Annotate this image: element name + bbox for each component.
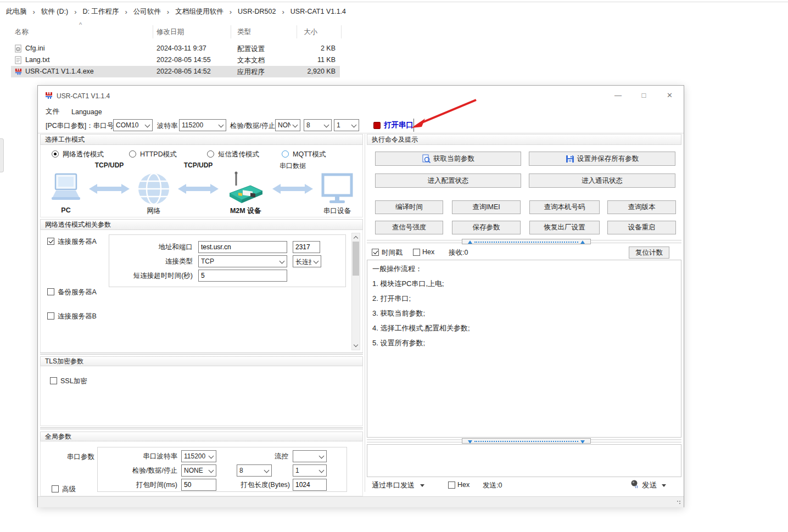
data-bits-select[interactable]: 8	[304, 119, 332, 131]
maximize-button[interactable]: □	[631, 86, 657, 104]
g-stop-bits-select[interactable]: 1	[293, 464, 327, 477]
query-version-button[interactable]: 查询版本	[607, 200, 676, 214]
set-save-params-button[interactable]: 设置并保存所有参数	[529, 152, 675, 166]
breadcrumb-item[interactable]: 软件 (D:)	[40, 6, 70, 18]
advanced-label[interactable]: 高级	[62, 485, 76, 494]
com-port-select[interactable]: COM10	[113, 119, 153, 131]
server-b-label[interactable]: 连接服务器B	[58, 312, 97, 321]
device-reboot-button[interactable]: 设备重启	[607, 221, 676, 234]
hex-recv-label[interactable]: Hex	[422, 248, 434, 256]
resize-grip[interactable]	[677, 500, 682, 506]
splitter-collapse-up-icon[interactable]	[580, 240, 585, 244]
splitter-collapse-up-icon[interactable]	[468, 240, 472, 244]
minimize-button[interactable]: —	[605, 86, 631, 104]
file-row[interactable]: Cfg.ini 2024-03-11 9:37 配置设置 2 KB	[11, 43, 340, 54]
send-via-dropdown[interactable]: 通过串口发送	[372, 480, 415, 490]
g-parity-select[interactable]: NONE	[181, 464, 216, 477]
pack-len-input[interactable]	[293, 479, 327, 491]
column-header-date[interactable]: 修改日期	[157, 27, 184, 37]
breadcrumb-item[interactable]: 此电脑	[4, 6, 29, 18]
ini-file-icon	[14, 44, 23, 53]
hex-recv-checkbox[interactable]	[413, 249, 420, 256]
tls-caption: TLS加密参数	[40, 356, 363, 366]
breadcrumb-item[interactable]: USR-DR502	[236, 7, 277, 16]
diagram-link2-label: TCP/UDP	[184, 161, 213, 171]
hex-send-checkbox[interactable]	[448, 481, 455, 489]
stop-bits-select[interactable]: 1	[334, 119, 359, 131]
server-addr-input[interactable]	[198, 241, 287, 253]
column-header-name[interactable]: 名称	[15, 27, 29, 37]
splitter-dots	[474, 242, 578, 243]
section-splitter[interactable]	[40, 352, 363, 355]
breadcrumb-item[interactable]: USR-CAT1 V1.1.4	[289, 7, 348, 16]
server-b-checkbox[interactable]	[47, 312, 54, 320]
breadcrumb-item[interactable]: D: 工作程序	[81, 6, 121, 18]
timestamp-checkbox[interactable]	[372, 249, 379, 256]
baud-select[interactable]: 115200	[179, 119, 226, 131]
log-splitter-control[interactable]	[462, 239, 591, 244]
close-button[interactable]: ✕	[657, 86, 683, 104]
receive-log-area[interactable]: 一般操作流程： 1. 模块连PC串口,上电; 2. 打开串口; 3. 获取当前参…	[367, 260, 681, 438]
breadcrumb-item[interactable]: 文档组使用软件	[174, 6, 225, 18]
diagram-serial-dev-label: 串口设备	[323, 206, 351, 215]
column-header-size[interactable]: 大小	[304, 27, 317, 37]
splitter-collapse-down-icon[interactable]	[468, 440, 472, 444]
title-bar[interactable]: USR-CAT1 V1.1.4 — □ ✕	[38, 86, 684, 106]
server-port-input[interactable]	[293, 241, 320, 253]
compile-time-button[interactable]: 编译时间	[375, 200, 443, 214]
hex-send-label[interactable]: Hex	[457, 481, 470, 489]
send-input-area[interactable]	[367, 444, 681, 477]
advanced-checkbox[interactable]	[52, 485, 59, 492]
file-row[interactable]: Lang.txt 2022-08-05 14:55 文本文档 11 KB	[11, 54, 340, 66]
open-port-button[interactable]: 打开串口	[384, 120, 413, 130]
g-data-bits-select[interactable]: 8	[237, 464, 272, 477]
splitter-collapse-down-icon[interactable]	[580, 440, 585, 444]
radio-sms-passthrough-label[interactable]: 短信透传模式	[218, 150, 259, 159]
save-params-button[interactable]: 保存参数	[452, 221, 521, 234]
file-row-selected[interactable]: USR-CAT1 V1.1.4.exe 2022-08-05 14:52 应用程…	[11, 66, 340, 77]
menu-file[interactable]: 文件	[46, 107, 59, 116]
radio-mqtt[interactable]	[282, 150, 289, 158]
ssl-checkbox[interactable]	[50, 377, 57, 384]
flow-select[interactable]	[293, 450, 327, 462]
window-title: USR-CAT1 V1.1.4	[57, 92, 110, 100]
send-button[interactable]: 发送	[642, 480, 657, 490]
net-params-caption: 网络透传模式相关参数	[40, 219, 363, 230]
g-baud-select[interactable]: 115200	[181, 450, 216, 462]
scroll-down-icon[interactable]	[352, 341, 360, 350]
parity-select[interactable]: NONE	[275, 119, 300, 131]
radio-net-passthrough[interactable]	[52, 150, 59, 158]
radio-sms-passthrough[interactable]	[207, 150, 214, 158]
ssl-label[interactable]: SSL加密	[60, 377, 87, 386]
scroll-up-icon[interactable]	[352, 233, 360, 242]
enter-comm-button[interactable]: 进入通讯状态	[529, 173, 675, 188]
conn-mode-select[interactable]: 长连接	[293, 255, 321, 267]
reset-count-button[interactable]: 复位计数	[629, 247, 669, 259]
send-splitter-control[interactable]	[462, 438, 591, 444]
breadcrumb-item[interactable]: 公司软件	[132, 6, 163, 18]
query-imei-button[interactable]: 查询IMEI	[452, 200, 521, 214]
params-scrollbar[interactable]	[351, 233, 360, 350]
get-params-button[interactable]: 获取当前参数	[375, 152, 521, 166]
signal-strength-button[interactable]: 查信号强度	[375, 221, 443, 234]
enter-config-button[interactable]: 进入配置状态	[375, 173, 521, 188]
radio-httpd-label[interactable]: HTTPD模式	[140, 150, 177, 159]
radio-httpd[interactable]	[129, 150, 136, 158]
factory-reset-button[interactable]: 恢复出厂设置	[529, 221, 600, 234]
server-a-label[interactable]: 连接服务器A	[58, 237, 97, 247]
scrollbar-thumb[interactable]	[353, 242, 359, 276]
server-a-checkbox[interactable]	[47, 238, 54, 245]
column-divider	[231, 25, 231, 38]
panel-divider[interactable]	[365, 134, 365, 492]
query-phone-button[interactable]: 查询本机号码	[529, 200, 600, 214]
menu-language[interactable]: Language	[71, 108, 102, 116]
timestamp-label[interactable]: 时间戳	[382, 248, 403, 257]
backup-a-label[interactable]: 备份服务器A	[58, 288, 97, 297]
section-splitter[interactable]	[40, 427, 363, 429]
backup-a-checkbox[interactable]	[47, 288, 54, 295]
short-timeout-input[interactable]	[198, 270, 287, 282]
radio-mqtt-label[interactable]: MQTT模式	[293, 150, 326, 159]
conn-type-select[interactable]: TCP	[198, 255, 287, 267]
column-header-type[interactable]: 类型	[237, 27, 251, 37]
radio-net-passthrough-label[interactable]: 网络透传模式	[63, 150, 104, 159]
